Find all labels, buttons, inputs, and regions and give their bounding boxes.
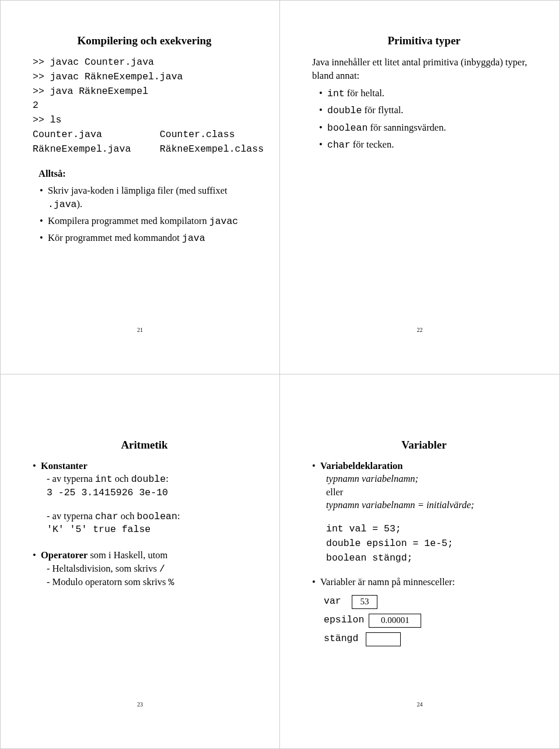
sub-line: - Heltalsdivision, som skrivs / (47, 562, 256, 576)
constants-line: 3 -25 3.1415926 3e-10 (47, 487, 256, 499)
text: och (118, 510, 137, 522)
list-item: Kör programmet med kommandot java (40, 232, 256, 245)
text: eller (326, 486, 536, 499)
code-inline: javac (209, 216, 239, 227)
page-number: 21 (1, 327, 279, 333)
bullet-list: Variabeldeklaration typnamn variabelnamn… (312, 460, 536, 646)
slide-23: Aritmetik Konstanter - av typerna int oc… (1, 374, 280, 748)
page-number: 23 (1, 701, 279, 708)
text: Kör programmet med kommandot (48, 232, 182, 243)
var-name: var (324, 595, 347, 608)
syntax-line: typnamn variabelnamn; (326, 473, 536, 485)
slide-title: Primitiva typer (312, 34, 536, 47)
text: som i Haskell, utom (88, 550, 167, 561)
subheading: Operatorer (41, 550, 88, 561)
slide-21: Kompilering och exekvering >> javac Coun… (1, 1, 280, 374)
memory-row: epsilon 0.00001 (324, 614, 536, 628)
subheading: Alltså: (38, 168, 256, 180)
text: Skriv java-koden i lämpliga filer (med s… (48, 185, 228, 196)
text: - Heltalsdivision, som skrivs (47, 563, 159, 574)
text: och (113, 473, 131, 484)
var-value-box: 53 (352, 595, 377, 609)
terminal-block: >> javac Counter.java >> javac RäkneExem… (33, 55, 256, 156)
code-block: int val = 53; double epsilon = 1e-5; boo… (326, 522, 536, 565)
syntax-line: typnamn variabelnamn = initialvärde; (326, 499, 536, 512)
code-inline: char (95, 511, 118, 522)
code-inline: int (327, 88, 345, 99)
sub-line: - av typerna int och double: (47, 473, 256, 486)
text: för sanningsvärden. (368, 122, 446, 133)
list-item: Variabler är namn på minnesceller: var 5… (312, 576, 536, 646)
list-item: Variabeldeklaration typnamn variabelnamn… (312, 460, 536, 565)
text: Variabler är namn på minnesceller: (320, 576, 455, 587)
constants-line: 'K' '5' true false (47, 523, 256, 536)
var-name: stängd (324, 632, 361, 645)
slide-title: Variabler (312, 439, 536, 452)
code-inline: boolean (327, 123, 368, 134)
page-number: 22 (280, 327, 559, 333)
list-item: Konstanter - av typerna int och double: … (33, 460, 256, 536)
memory-row: var 53 (324, 595, 536, 609)
slide-24: Variabler Variabeldeklaration typnamn va… (280, 374, 559, 748)
list-item: boolean för sanningsvärden. (319, 121, 536, 135)
text: för tecken. (351, 139, 394, 150)
list-item: Skriv java-koden i lämpliga filer (med s… (40, 184, 256, 211)
text: Kompilera programmet med kompilatorn (48, 215, 209, 226)
text: ). (77, 198, 83, 209)
code-inline: % (169, 577, 174, 588)
text: - av typerna (47, 510, 95, 522)
var-value-box: 0.00001 (369, 614, 421, 628)
bullet-list: Konstanter - av typerna int och double: … (33, 460, 256, 589)
text: : (166, 473, 169, 484)
slide-title: Kompilering och exekvering (33, 34, 256, 47)
code-inline: boolean (137, 511, 177, 522)
list-item: double för flyttal. (319, 104, 536, 117)
list-item: Operatorer som i Haskell, utom - Heltals… (33, 549, 256, 589)
code-inline: double (327, 105, 362, 116)
code-inline: / (159, 564, 165, 575)
code-inline: double (131, 474, 166, 485)
text: för heltal. (345, 88, 384, 99)
page-number: 24 (280, 701, 559, 708)
code-inline: int (95, 474, 113, 485)
text: - av typerna (47, 473, 95, 484)
code-inline: java (182, 233, 205, 244)
memory-row: stängd (324, 632, 536, 646)
intro-text: Java innehåller ett litet antal primitiv… (312, 55, 536, 82)
memory-diagram: var 53 epsilon 0.00001 stängd (324, 595, 536, 646)
text: för flyttal. (362, 104, 403, 116)
list-item: char för tecken. (319, 138, 536, 152)
text: - Modulo operatorn som skrivs (47, 576, 169, 587)
var-name: epsilon (324, 614, 364, 626)
sub-line: - av typerna char och boolean: (47, 510, 256, 523)
subheading: Variabeldeklaration (320, 460, 402, 471)
var-value-box (366, 632, 401, 646)
code-inline: char (327, 139, 351, 150)
sub-line: - Modulo operatorn som skrivs % (47, 576, 256, 589)
list-item: Kompilera programmet med kompilatorn jav… (40, 215, 256, 228)
code-inline: .java (48, 199, 77, 210)
bullet-list: int för heltal. double för flyttal. bool… (312, 87, 536, 152)
subheading: Konstanter (41, 460, 88, 471)
text: : (177, 510, 180, 522)
slide-grid: Kompilering och exekvering >> javac Coun… (0, 0, 560, 749)
slide-title: Aritmetik (33, 439, 256, 452)
slide-22: Primitiva typer Java innehåller ett lite… (280, 1, 559, 374)
bullet-list: Skriv java-koden i lämpliga filer (med s… (33, 184, 256, 245)
list-item: int för heltal. (319, 87, 536, 100)
